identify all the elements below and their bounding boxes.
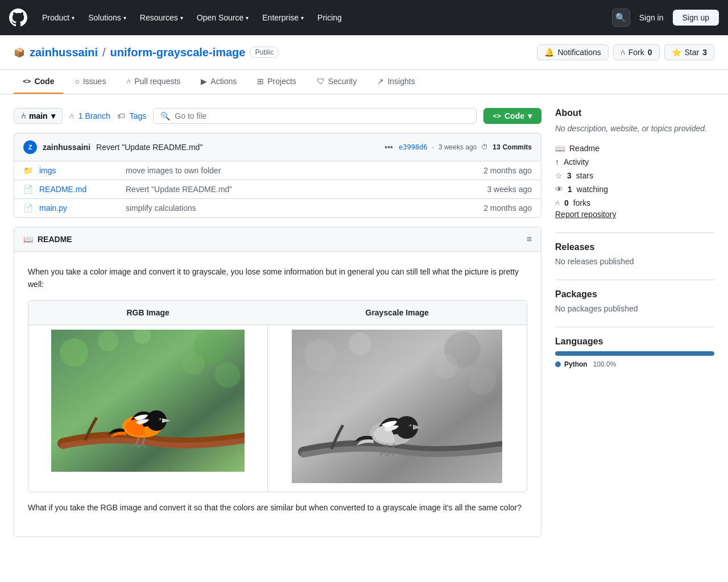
visibility-badge: Public — [250, 47, 279, 58]
readme-settings-button[interactable]: ≡ — [527, 234, 532, 244]
file-controls: ⑃ main ▾ ⑃ 1 Branch 🏷 Tags 🔍 <> — [14, 108, 541, 124]
tags-link[interactable]: Tags — [130, 111, 147, 120]
sidebar-divider-2 — [555, 280, 714, 280]
file-icon: 📄 — [23, 185, 32, 194]
code-button[interactable]: <> Code ▾ — [483, 108, 541, 124]
file-name-link[interactable]: README.md — [39, 185, 119, 194]
svg-point-19 — [349, 332, 371, 355]
github-logo[interactable] — [9, 9, 27, 27]
chevron-icon: ▾ — [301, 15, 304, 21]
about-title: About — [555, 108, 714, 118]
commit-meta: e3998d6 · 3 weeks ago ⏱ 13 Commits — [399, 143, 532, 151]
grayscale-bird-image — [292, 330, 502, 483]
commit-expand-dots[interactable]: ••• — [384, 143, 393, 152]
stars-label: stars — [576, 171, 593, 180]
sign-in-button[interactable]: Sign in — [635, 9, 668, 27]
tab-projects[interactable]: ⊞ Projects — [248, 70, 305, 94]
star-count: 3 — [702, 48, 707, 57]
file-commit-msg: Revert "Update README.md" — [126, 185, 480, 194]
main-nav: Product ▾ Solutions ▾ Resources ▾ Open S… — [36, 9, 603, 27]
commit-hash-link[interactable]: e3998d6 — [399, 143, 428, 151]
svg-point-10 — [160, 418, 161, 419]
readme-link[interactable]: 📖 Readme — [555, 142, 714, 155]
history-icon: ⏱ — [481, 143, 488, 151]
gray-image-cell — [267, 325, 527, 492]
file-commit-msg: simplify calculations — [126, 203, 477, 213]
repo-owner-link[interactable]: zainhussaini — [30, 46, 98, 59]
rgb-bird-image — [51, 330, 245, 472]
stars-count: 3 — [567, 171, 572, 180]
header-right: 🔍 Sign in Sign up — [612, 9, 719, 27]
nav-solutions[interactable]: Solutions ▾ — [82, 9, 132, 27]
star-icon: ⭐ — [672, 48, 681, 57]
search-icon: 🔍 — [615, 13, 626, 23]
projects-tab-label: Projects — [267, 77, 296, 86]
code-btn-label: Code — [504, 111, 524, 120]
file-name-link[interactable]: main.py — [39, 203, 119, 213]
readme-image-table: RGB Image Grayscale Image — [28, 300, 527, 492]
branch-count-icon: ⑃ — [69, 111, 74, 120]
nav-pricing[interactable]: Pricing — [312, 9, 348, 27]
svg-point-18 — [304, 339, 336, 371]
branch-icon: ⑃ — [21, 111, 26, 120]
activity-link[interactable]: ↑ Activity — [555, 155, 714, 169]
fork-count: 0 — [648, 48, 652, 57]
readme-outro: What if you take the RGB image and conve… — [28, 501, 527, 514]
sidebar-packages-section: Packages No packages published — [555, 289, 714, 313]
no-releases-text: No releases published — [555, 257, 714, 266]
tab-actions[interactable]: ▶ Actions — [192, 70, 246, 94]
sidebar-links: 📖 Readme ↑ Activity ☆ 3 stars 👁 1 watchi… — [555, 142, 714, 210]
image-comparison-table: RGB Image Grayscale Image — [28, 301, 527, 492]
code-tab-icon: <> — [23, 77, 31, 85]
readme-title: 📖 README — [23, 235, 72, 244]
forks-label: forks — [573, 198, 590, 207]
branch-selector[interactable]: ⑃ main ▾ — [14, 108, 63, 124]
tab-issues[interactable]: ○ Issues — [65, 70, 115, 94]
chevron-icon: ▾ — [123, 15, 126, 21]
repo-header: 📦 zainhussaini / uniform-grayscale-image… — [0, 35, 728, 70]
watching-stat: 👁 1 watching — [555, 182, 714, 196]
nav-open-source[interactable]: Open Source ▾ — [191, 9, 255, 27]
file-name-link[interactable]: imgs — [39, 166, 119, 175]
sign-up-button[interactable]: Sign up — [673, 10, 719, 26]
file-search-bar[interactable]: 🔍 — [153, 108, 476, 124]
nav-product[interactable]: Product ▾ — [36, 9, 80, 27]
file-commit-msg: move images to own folder — [126, 166, 477, 175]
tab-security[interactable]: 🛡 Security — [308, 70, 366, 94]
nav-resources[interactable]: Resources ▾ — [134, 9, 189, 27]
fork-button[interactable]: ⑃ Fork 0 — [613, 44, 660, 60]
fork-stat-icon: ⑃ — [555, 198, 560, 207]
actions-tab-icon: ▶ — [201, 77, 207, 86]
language-bar — [555, 351, 714, 356]
language-item-python: Python 100.0% — [555, 360, 714, 368]
nav-enterprise[interactable]: Enterprise ▾ — [257, 9, 309, 27]
star-label: Star — [685, 48, 700, 57]
search-button[interactable]: 🔍 — [612, 9, 630, 27]
commit-author[interactable]: zainhussaini — [43, 143, 90, 152]
code-chevron-icon: ▾ — [528, 111, 532, 120]
sidebar-languages-section: Languages Python 100.0% — [555, 336, 714, 368]
table-row: 📁 imgs move images to own folder 2 month… — [14, 161, 541, 180]
notifications-button[interactable]: 🔔 Notifications — [537, 44, 608, 60]
packages-title: Packages — [555, 289, 714, 300]
python-lang-dot — [555, 361, 561, 367]
tab-pull-requests[interactable]: ⑃ Pull requests — [117, 70, 189, 94]
forks-count: 0 — [564, 198, 569, 207]
commit-row: Z zainhussaini Revert "Update README.md"… — [14, 133, 541, 161]
file-search-input[interactable] — [175, 111, 469, 120]
report-repository-link[interactable]: Report repository — [555, 207, 616, 221]
svg-point-21 — [469, 367, 496, 394]
readme-header: 📖 README ≡ — [14, 227, 541, 252]
fork-icon: ⑃ — [621, 48, 625, 57]
repo-name-link[interactable]: uniform-grayscale-image — [110, 46, 246, 59]
table-col-gray: Grayscale Image — [267, 301, 527, 325]
branches-link[interactable]: 1 Branch — [78, 111, 110, 120]
tab-code[interactable]: <> Code — [14, 70, 63, 94]
star-stat-icon: ☆ — [555, 171, 562, 180]
commits-count-link[interactable]: 13 Commits — [493, 143, 532, 151]
tab-insights[interactable]: ↗ Insights — [368, 70, 424, 94]
insights-tab-icon: ↗ — [377, 77, 384, 86]
table-col-rgb: RGB Image — [28, 301, 267, 325]
issues-tab-icon: ○ — [75, 77, 79, 86]
star-button[interactable]: ⭐ Star 3 — [664, 44, 714, 60]
